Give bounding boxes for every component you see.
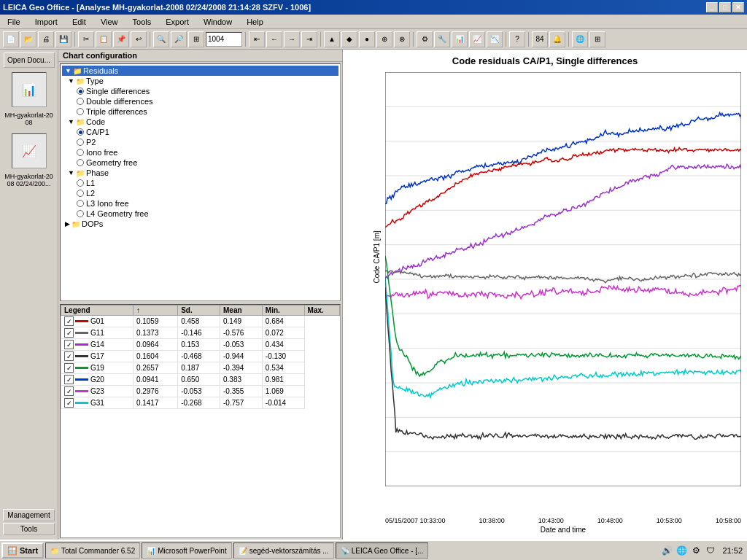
paste-button[interactable]: 📌	[113, 31, 129, 47]
tool-btn-13[interactable]: 🔔	[549, 31, 565, 47]
legend-row[interactable]: ✓ G19 0.2657 0.187 -0.394 0.534	[61, 362, 340, 373]
legend-row[interactable]: ✓ G20 0.0941 0.650 0.383 0.981	[61, 373, 340, 385]
legend-row[interactable]: ✓ G23 0.2976 -0.053 -0.355 1.069	[61, 385, 340, 397]
tree-container[interactable]: ▼ 📁 Residuals ▼ 📁 Type Single difference…	[60, 63, 341, 301]
new-button[interactable]: 📄	[3, 31, 19, 47]
radio-l2[interactable]	[77, 190, 84, 197]
tool-btn-10[interactable]: 📉	[487, 31, 503, 47]
taskbar-item-2[interactable]: 📝 segéd-vektorszámítás ...	[233, 542, 334, 559]
copy-button[interactable]: 📋	[96, 31, 112, 47]
legend-row[interactable]: ✓ G01 0.1059 0.458 0.149 0.684	[61, 315, 340, 327]
taskbar-item-0[interactable]: 📁 Total Commander 6.52	[45, 542, 140, 559]
tree-cap1[interactable]: CA/P1	[62, 127, 338, 137]
tool-btn-15[interactable]: ⊞	[589, 31, 605, 47]
tool-btn-9[interactable]: 📈	[469, 31, 485, 47]
tool-btn-11[interactable]: ?	[509, 31, 525, 47]
zoom-fit-button[interactable]: ⊞	[188, 31, 204, 47]
checkbox[interactable]: ✓	[64, 340, 74, 349]
tree-dops[interactable]: ▶ 📁 DOPs	[62, 219, 338, 229]
tool-btn-5[interactable]: ⊗	[394, 31, 410, 47]
tree-l1[interactable]: L1	[62, 178, 338, 188]
legend-row[interactable]: ✓ G11 0.1373 -0.146 -0.576 0.072	[61, 327, 340, 338]
col-max[interactable]: Max.	[304, 305, 339, 315]
legend-row[interactable]: ✓ G31 0.1417 -0.268 -0.757 -0.014	[61, 397, 340, 408]
tree-l4[interactable]: L4 Geometry free	[62, 209, 338, 219]
menu-export[interactable]: Export	[161, 16, 193, 28]
tree-triple-diff[interactable]: Triple differences	[62, 106, 338, 117]
start-button[interactable]: 🪟 Start	[1, 542, 44, 559]
taskbar-item-3[interactable]: 📡 LEICA Geo Office - [...	[336, 542, 429, 559]
tool-btn-6[interactable]: ⚙	[417, 31, 433, 47]
tool-btn-3[interactable]: ●	[359, 31, 375, 47]
tool-btn-8[interactable]: 📊	[452, 31, 468, 47]
tree-double-diff[interactable]: Double differences	[62, 96, 338, 106]
zoom-in-button[interactable]: 🔍	[153, 31, 169, 47]
checkbox[interactable]: ✓	[64, 316, 74, 326]
zoom-combo[interactable]	[206, 32, 242, 47]
radio-geo-free[interactable]	[77, 159, 84, 166]
management-button[interactable]: Management	[3, 509, 55, 521]
tool-btn-14[interactable]: 🌐	[572, 31, 588, 47]
checkbox[interactable]: ✓	[64, 328, 74, 338]
tree-geo-free[interactable]: Geometry free	[62, 158, 338, 168]
legend-row[interactable]: ✓ G17 0.1604 -0.468 -0.944 -0.130	[61, 350, 340, 362]
radio-l1[interactable]	[77, 179, 84, 187]
col-sd[interactable]: Sd.	[178, 305, 220, 315]
tree-single-diff[interactable]: Single differences	[62, 86, 338, 96]
radio-l4[interactable]	[77, 210, 84, 217]
minimize-button[interactable]: _	[706, 2, 718, 12]
window-controls[interactable]: _ □ ✕	[706, 2, 744, 12]
checkbox[interactable]: ✓	[64, 363, 74, 373]
nav-btn-1[interactable]: ⇤	[249, 31, 265, 47]
menu-tools[interactable]: Tools	[128, 16, 156, 28]
zoom-out-button[interactable]: 🔎	[171, 31, 187, 47]
radio-double-diff[interactable]	[77, 98, 84, 105]
tree-iono-free[interactable]: Iono free	[62, 147, 338, 158]
close-button[interactable]: ✕	[732, 2, 744, 12]
radio-iono-free[interactable]	[77, 149, 84, 156]
save-button[interactable]: 💾	[55, 31, 71, 47]
menu-edit[interactable]: Edit	[68, 16, 90, 28]
print-button[interactable]: 🖨	[38, 31, 54, 47]
tool-btn-2[interactable]: ◆	[341, 31, 357, 47]
taskbar-item-1[interactable]: 📊 Microsoft PowerPoint	[142, 542, 231, 559]
tree-phase[interactable]: ▼ 📁 Phase	[62, 168, 338, 178]
menu-file[interactable]: File	[3, 16, 25, 28]
col-legend[interactable]: Legend	[61, 305, 133, 315]
sidebar-icon-2[interactable]: 📈	[12, 133, 47, 168]
checkbox[interactable]: ✓	[64, 386, 74, 396]
nav-btn-3[interactable]: →	[284, 31, 300, 47]
radio-l3[interactable]	[77, 200, 84, 207]
menu-view[interactable]: View	[96, 16, 123, 28]
tree-l2[interactable]: L2	[62, 188, 338, 198]
nav-btn-2[interactable]: ←	[266, 31, 282, 47]
tool-btn-1[interactable]: ▲	[324, 31, 340, 47]
checkbox[interactable]: ✓	[64, 398, 74, 408]
menu-window[interactable]: Window	[199, 16, 236, 28]
tree-code[interactable]: ▼ 📁 Code	[62, 117, 338, 127]
col-sort[interactable]: ↑	[133, 305, 177, 315]
nav-btn-4[interactable]: ⇥	[301, 31, 317, 47]
radio-triple-diff[interactable]	[77, 108, 84, 115]
open-docs-button[interactable]: Open Docu...	[4, 52, 55, 68]
radio-p2[interactable]	[77, 139, 84, 146]
tool-btn-12[interactable]: 84	[532, 31, 548, 47]
radio-cap1[interactable]	[77, 128, 84, 136]
radio-single-diff[interactable]	[77, 88, 84, 95]
menu-help[interactable]: Help	[242, 16, 268, 28]
tools-sidebar-button[interactable]: Tools	[3, 523, 55, 535]
sidebar-icon-1[interactable]: 📊	[12, 72, 47, 107]
tree-residuals[interactable]: ▼ 📁 Residuals	[62, 66, 338, 76]
undo-button[interactable]: ↩	[131, 31, 147, 47]
open-button[interactable]: 📂	[20, 31, 36, 47]
checkbox[interactable]: ✓	[64, 375, 74, 384]
tree-l3[interactable]: L3 Iono free	[62, 198, 338, 209]
maximize-button[interactable]: □	[719, 2, 731, 12]
tree-p2[interactable]: P2	[62, 137, 338, 147]
col-mean[interactable]: Mean	[220, 305, 262, 315]
tool-btn-4[interactable]: ⊕	[376, 31, 392, 47]
cut-button[interactable]: ✂	[78, 31, 94, 47]
col-min[interactable]: Min.	[262, 305, 304, 315]
legend-row[interactable]: ✓ G14 0.0964 0.153 -0.053 0.434	[61, 338, 340, 350]
menu-import[interactable]: Import	[31, 16, 62, 28]
